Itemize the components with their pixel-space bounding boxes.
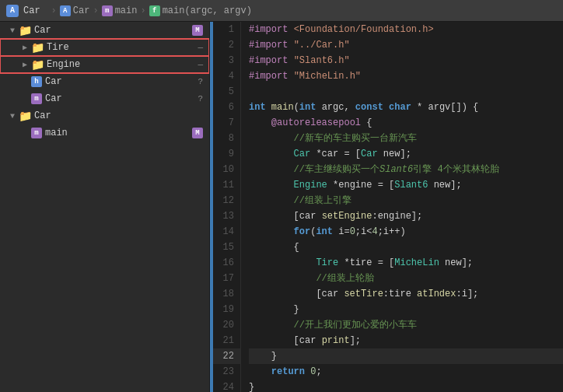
sidebar-item-car-root[interactable]: ▼ 📁 Car M bbox=[0, 22, 209, 39]
code-line-10: //车主继续购买一个Slant6引擎 4个米其林轮胎 bbox=[249, 162, 563, 177]
code-line-12: //组装上引擎 bbox=[249, 193, 563, 208]
code-line-15: { bbox=[249, 240, 563, 255]
main-content: ▼ 📁 Car M ▶ 📁 Tire — ▶ 📁 Engine — bbox=[0, 22, 563, 392]
code-line-23: return 0; bbox=[249, 364, 563, 380]
breadcrumb: › A Car › m main › f main(argc, argv) bbox=[48, 5, 252, 16]
sidebar-item-car-group[interactable]: ▼ 📁 Car bbox=[0, 107, 209, 124]
sidebar-label-engine: Engine bbox=[47, 59, 80, 70]
code-line-19: } bbox=[249, 302, 563, 317]
ln-9: 9 bbox=[213, 146, 240, 162]
breadcrumb-f-icon: f bbox=[149, 5, 160, 16]
ln-17: 17 bbox=[213, 271, 240, 286]
badge-m-car: m bbox=[31, 93, 42, 104]
expand-arrow-car-group: ▼ bbox=[6, 110, 19, 122]
sidebar-label-car-group: Car bbox=[34, 110, 51, 121]
ln-14: 14 bbox=[213, 224, 240, 240]
breadcrumb-sep-2: › bbox=[93, 5, 98, 16]
ln-15: 15 bbox=[213, 240, 240, 255]
code-line-17: //组装上轮胎 bbox=[249, 271, 563, 286]
code-line-6: int main(int argc, const char * argv[]) … bbox=[249, 100, 563, 115]
ln-19: 19 bbox=[213, 302, 240, 317]
code-line-20: //开上我们更加心爱的小车车 bbox=[249, 317, 563, 333]
code-line-13: [car setEngine:engine]; bbox=[249, 208, 563, 224]
folder-icon-car-group: 📁 bbox=[19, 110, 31, 122]
breadcrumb-car-label[interactable]: Car bbox=[73, 5, 90, 16]
ln-4: 4 bbox=[213, 68, 240, 84]
folder-icon-engine: 📁 bbox=[31, 58, 44, 71]
code-line-5 bbox=[249, 84, 563, 100]
code-line-21: [car print]; bbox=[249, 333, 563, 348]
ln-8: 8 bbox=[213, 131, 240, 146]
breadcrumb-m-icon: m bbox=[102, 5, 113, 16]
code-area[interactable]: #import <Foundation/Foundation.h> #impor… bbox=[241, 22, 563, 392]
code-line-9: Car *car = [Car new]; bbox=[249, 146, 563, 162]
sidebar-badge-m: M bbox=[192, 25, 203, 36]
editor-inner: 1 2 3 4 5 6 7 8 9 10 11 12 13 14 15 16 1… bbox=[213, 22, 563, 392]
folder-glyph: 📁 bbox=[19, 24, 32, 37]
code-line-11: Engine *engine = [Slant6 new]; bbox=[249, 177, 563, 193]
code-line-14: for(int i=0;i<4;i++) bbox=[249, 224, 563, 240]
sidebar-badge-main-m: M bbox=[192, 128, 203, 138]
ln-7: 7 bbox=[213, 115, 240, 131]
sidebar-item-main[interactable]: m main M bbox=[0, 124, 209, 142]
sidebar-badge-car-h: ? bbox=[198, 77, 203, 86]
sidebar: ▼ 📁 Car M ▶ 📁 Tire — ▶ 📁 Engine — bbox=[0, 22, 210, 392]
ln-18: 18 bbox=[213, 286, 240, 302]
line-numbers: 1 2 3 4 5 6 7 8 9 10 11 12 13 14 15 16 1… bbox=[213, 22, 241, 392]
ln-11: 11 bbox=[213, 177, 240, 193]
sidebar-label-car-root: Car bbox=[34, 25, 51, 36]
sidebar-label-main: main bbox=[45, 128, 68, 138]
code-line-7: @autoreleasepool { bbox=[249, 115, 563, 131]
code-line-8: //新车的车主购买一台新汽车 bbox=[249, 131, 563, 146]
sidebar-dash-engine: — bbox=[198, 60, 203, 69]
sidebar-label-tire: Tire bbox=[47, 42, 69, 53]
folder-icon-tire: 📁 bbox=[31, 41, 44, 54]
expand-arrow-tire: ▶ bbox=[19, 41, 31, 54]
sidebar-dash-tire: — bbox=[198, 43, 203, 52]
code-line-1: #import <Foundation/Foundation.h> bbox=[249, 22, 563, 37]
ln-6: 6 bbox=[213, 100, 240, 115]
breadcrumb-main-label[interactable]: main bbox=[115, 5, 138, 16]
project-icon: A bbox=[6, 5, 19, 17]
ln-20: 20 bbox=[213, 317, 240, 333]
ln-10: 10 bbox=[213, 162, 240, 177]
ln-22: 22 bbox=[213, 348, 240, 364]
code-line-24: } bbox=[249, 380, 563, 392]
folder-icon-car-root: 📁 bbox=[19, 24, 31, 37]
breadcrumb-sep-1: › bbox=[51, 5, 57, 16]
expand-arrow-engine: ▶ bbox=[19, 58, 31, 71]
code-line-3: #import "Slant6.h" bbox=[249, 53, 563, 68]
sidebar-badge-car-m: ? bbox=[198, 94, 203, 103]
code-line-2: #import "../Car.h" bbox=[249, 37, 563, 53]
ln-1: 1 bbox=[213, 22, 240, 37]
ln-24: 24 bbox=[213, 380, 240, 392]
sidebar-item-engine[interactable]: ▶ 📁 Engine — bbox=[0, 56, 209, 73]
folder-glyph-engine: 📁 bbox=[31, 58, 44, 72]
breadcrumb-func-label[interactable]: main(argc, argv) bbox=[163, 5, 252, 16]
code-line-4: #import "MicheLin.h" bbox=[249, 68, 563, 84]
top-bar: A Car › A Car › m main › f main(argc, ar… bbox=[0, 0, 563, 22]
folder-glyph-group: 📁 bbox=[19, 110, 32, 123]
ln-16: 16 bbox=[213, 255, 240, 271]
code-line-16: Tire *tire = [MicheLin new]; bbox=[249, 255, 563, 271]
ln-2: 2 bbox=[213, 37, 240, 53]
ln-23: 23 bbox=[213, 364, 240, 380]
code-line-18: [car setTire:tire atIndex:i]; bbox=[249, 286, 563, 302]
ln-12: 12 bbox=[213, 193, 240, 208]
code-line-22: } bbox=[249, 348, 563, 364]
code-editor[interactable]: 1 2 3 4 5 6 7 8 9 10 11 12 13 14 15 16 1… bbox=[213, 22, 563, 392]
ln-13: 13 bbox=[213, 208, 240, 224]
ln-5: 5 bbox=[213, 84, 240, 100]
sidebar-item-tire[interactable]: ▶ 📁 Tire — bbox=[0, 39, 209, 56]
expand-arrow-car-root: ▼ bbox=[6, 24, 19, 37]
sidebar-label-car-h: Car bbox=[45, 76, 62, 87]
ln-21: 21 bbox=[213, 333, 240, 348]
sidebar-item-car-h[interactable]: h Car ? bbox=[0, 73, 209, 90]
badge-h-car: h bbox=[31, 76, 42, 87]
breadcrumb-car-icon: A bbox=[60, 5, 71, 16]
sidebar-item-car-m[interactable]: m Car ? bbox=[0, 90, 209, 107]
breadcrumb-sep-3: › bbox=[140, 5, 145, 16]
folder-glyph-tire: 📁 bbox=[31, 41, 44, 54]
sidebar-label-car-m: Car bbox=[45, 93, 62, 104]
ln-3: 3 bbox=[213, 53, 240, 68]
